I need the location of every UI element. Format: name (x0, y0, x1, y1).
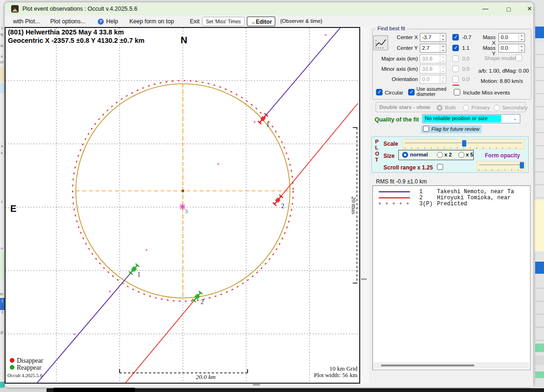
plot-title-line2: Geocentric X -2357.5 ±0.8 Y 4130.2 ±0.7 … (8, 37, 144, 44)
background-window-right-edge (534, 0, 544, 392)
resize-handle[interactable] (253, 384, 260, 385)
dotted-swatch (386, 203, 388, 204)
scroll-range-label: Scroll range x 1.25 (383, 164, 433, 171)
quality-value: No reliable position or size (425, 115, 488, 121)
circular-checkbox[interactable] (376, 89, 383, 95)
dotted-swatch (379, 203, 381, 204)
editor-button[interactable]: →Editor (247, 16, 275, 27)
plot-width-note: Plot width: 56 km (314, 372, 357, 378)
right-edge-fragment (535, 344, 544, 352)
size-x2-label: x 2 (444, 152, 452, 157)
left-edge-fragment (0, 67, 5, 81)
splitter[interactable] (360, 27, 369, 384)
center-x-label: Center X (390, 34, 418, 40)
chord1-line-swatch (379, 191, 410, 192)
motion-label: Motion: 8.80 km/s (481, 78, 523, 84)
major-axis-label: Major axis (km) (374, 56, 418, 61)
minor-axis-label: Minor axis (km) (374, 66, 418, 72)
shape-model-label: Shape model (484, 55, 516, 61)
scroll-range-checkbox[interactable] (437, 164, 443, 170)
quality-combobox[interactable]: No reliable position or size ⌄ (422, 114, 520, 123)
left-edge-text: gl (0, 331, 3, 334)
size-normal-radio[interactable] (402, 152, 408, 158)
mas-scale-label: 20 mas (350, 196, 357, 215)
screen: T ig M 4 14 a k t n tic 2 2 2 gl Plot ev… (0, 0, 544, 392)
minimize-button[interactable]: — (476, 2, 495, 15)
center-y-err: 1.1 (462, 45, 470, 51)
shape-model-checkbox (516, 54, 522, 61)
center-y-err-checkbox[interactable] (452, 45, 459, 51)
menu-with-plot[interactable]: with Plot... (13, 18, 40, 25)
mass-y-spin[interactable]: 0.0 ▴▾ (498, 44, 525, 53)
include-miss-label: Include Miss events (463, 90, 510, 95)
size-normal-label: normal (410, 152, 428, 157)
spin-up-icon: ▴ (440, 34, 446, 38)
controls-panel: Find best fit Center X -3.7 ▴▾ -0.7 Mass… (369, 27, 533, 387)
observation-name: Predicted (437, 201, 467, 207)
splitter-handle[interactable] (361, 278, 367, 280)
list-horizontal-scrollbar[interactable] (374, 362, 529, 369)
size-radio-group: normal x 2 x 5 (398, 150, 474, 160)
chevron-down-icon[interactable]: ⌄ (513, 115, 517, 122)
chord2-line-swatch (379, 197, 410, 198)
left-edge-text: a (1, 144, 3, 148)
form-opacity-slider[interactable] (477, 161, 525, 171)
observation-row[interactable]: 3(P) Predicted (373, 201, 530, 207)
scale-label: Scale (383, 141, 398, 147)
scale-slider-thumb[interactable] (462, 140, 466, 147)
right-edge-fragment (535, 42, 544, 200)
help-icon: ? (98, 19, 104, 25)
chart-icon (374, 36, 388, 50)
dotted-swatch (400, 203, 402, 204)
form-opacity-slider-thumb[interactable] (520, 162, 524, 169)
double-stars-secondary-label: Secondary (502, 105, 528, 110)
scale-slider[interactable] (403, 139, 524, 149)
right-edge-fragment (535, 262, 544, 274)
use-assumed-label: Use assumed diameter (416, 87, 450, 97)
set-miss-times-button[interactable]: Set 'Miss' Times (202, 17, 245, 26)
menu-exit[interactable]: Exit (190, 18, 200, 25)
north-label: N (181, 35, 187, 45)
occultation-plot[interactable]: 3 1 (5, 27, 360, 384)
chord2-track[interactable] (126, 103, 358, 383)
spin-down-icon: ▾ (440, 38, 446, 42)
scrollbar-thumb[interactable] (381, 365, 474, 366)
titlebar[interactable]: Plot event observations : Occult v.4.202… (5, 2, 533, 15)
stray-points (74, 34, 327, 335)
observation-row[interactable]: 1 Takeshi Nemoto, near Ta (373, 189, 530, 195)
flag-review-label: Flag for future review (431, 126, 479, 132)
use-assumed-checkbox[interactable] (408, 89, 415, 95)
menu-keep-on-top[interactable]: Keep form on top (129, 18, 174, 25)
mass-x-spin[interactable]: 0.0 ▴▾ (498, 33, 525, 42)
size-x5-radio[interactable] (458, 152, 464, 158)
reappear-label: Reappear (17, 364, 41, 371)
observations-listbox[interactable]: 1 Takeshi Nemoto, near Ta 2 Hiroyuki Tom… (372, 185, 531, 370)
window-title: Plot event observations : Occult v.4.202… (22, 6, 137, 12)
major-axis-err: 0.0 (462, 56, 470, 61)
menu-plot-options[interactable]: Plot options... (50, 18, 86, 25)
double-stars-title: Double stars - show (379, 104, 430, 110)
include-miss-checkbox[interactable] (454, 89, 460, 95)
center-x-spin[interactable]: -3.7 ▴▾ (420, 33, 446, 42)
flag-review-checkbox[interactable] (423, 126, 429, 132)
chord1-track[interactable] (37, 28, 340, 383)
size-x2-radio[interactable] (437, 152, 443, 158)
center-y-spin[interactable]: 2.7 ▴▾ (420, 44, 446, 53)
left-edge-text: 2 (1, 299, 3, 303)
observation-row[interactable]: 2 Hiroyuki Tomioka, near (373, 195, 530, 201)
disappear-label: Disappear (17, 357, 43, 364)
red-dash-icon (452, 85, 459, 86)
close-button[interactable]: ✕ (520, 2, 539, 15)
fit-chart-button[interactable] (373, 35, 388, 50)
menu-help[interactable]: Help (106, 18, 118, 25)
plot-event-observations-window: Plot event observations : Occult v.4.202… (5, 2, 533, 387)
plot-title-line1: (801) Helwerthia 2025 May 4 33.8 km (8, 28, 124, 36)
center-x-err-checkbox[interactable] (452, 34, 459, 41)
background-window-left-edge: T ig M 4 14 a k t n tic 2 2 2 gl (0, 0, 5, 392)
observation-name: Hiroyuki Tomioka, near (437, 195, 510, 201)
left-edge-text: ig (0, 33, 3, 36)
maximize-button[interactable]: ▢ (499, 2, 518, 15)
chord2-reappear-label: 2 (201, 298, 204, 305)
flag-review-box: Flag for future review (421, 125, 482, 133)
observation-name: Takeshi Nemoto, near Ta (437, 189, 514, 195)
